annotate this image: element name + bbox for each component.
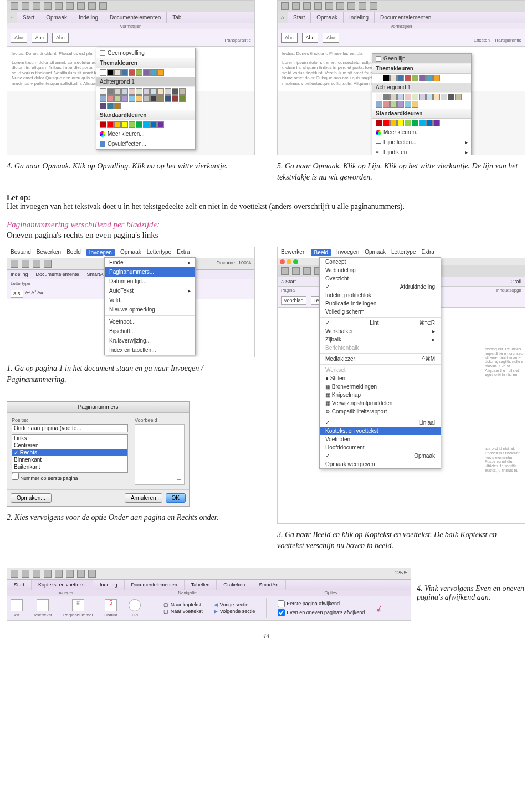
tab-indeling[interactable]: Indeling (344, 12, 375, 23)
menu-nieuwe-opmerking[interactable]: Nieuwe opmerking (105, 305, 195, 314)
menu-bewerken-b[interactable]: Bewerken (281, 249, 305, 256)
achtergrond-label-r[interactable]: Achtergrond 1 (372, 83, 471, 93)
r4-volgende-sectie-btn[interactable]: ▶Volgende sectie (214, 609, 255, 614)
beeld-mediakiezer[interactable]: Mediakiezer^⌘M (320, 355, 441, 363)
menu-invoegen[interactable]: Invoegen (86, 249, 115, 256)
align-rechts[interactable]: ✓ Rechts (12, 449, 127, 456)
tab-extra[interactable]: Tab (167, 12, 187, 23)
beeld-verwijzingshulp[interactable]: ▦ Verwijzingshulpmiddelen (320, 399, 441, 407)
r4-naar-voettekst-btn[interactable]: ▢Naar voettekst (163, 609, 203, 614)
tab-documentelementen[interactable]: Documentelementen (104, 12, 167, 23)
line-weights-option[interactable]: ≡Lijndikten▸ (372, 147, 471, 155)
r4-tab-indeling[interactable]: Indeling (93, 580, 125, 590)
beeld-notitieblok[interactable]: Indeling notitieblok (320, 291, 441, 299)
beeld-opmaak-weergeven[interactable]: Opmaak weergeven (320, 460, 441, 468)
tab-indeling[interactable]: Indeling (73, 12, 104, 23)
opmaken-button[interactable]: Opmaken... (11, 493, 52, 503)
ribbon-tab-documentelemente[interactable]: Documentelemente (36, 272, 79, 277)
theme-tints-swatches-r[interactable] (372, 93, 471, 109)
r4-tab-start[interactable]: Start (7, 580, 32, 590)
r4-tab-smartart[interactable]: SmartArt (252, 580, 286, 590)
beeld-werkbalken[interactable]: Werkbalken▸ (320, 327, 441, 335)
menu-extra-b[interactable]: Extra (421, 249, 434, 256)
theme-color-swatches[interactable] (96, 68, 195, 77)
beeld-publicatie[interactable]: Publicatie-indelingen (320, 299, 441, 308)
menu-beeld[interactable]: Beeld (66, 249, 81, 256)
beeld-concept[interactable]: Concept (320, 258, 441, 266)
menu-autotekst[interactable]: AutoTekst ▸ (105, 286, 195, 295)
style-abc-r2[interactable]: Abc (302, 33, 319, 43)
menu-kruisverwijzing[interactable]: Kruisverwijzing... (105, 336, 195, 345)
beeld-knipselmap[interactable]: ▦ Knipselmap (320, 391, 441, 399)
beeld-webindeling[interactable]: Webindeling (320, 266, 441, 274)
menu-beeld-b[interactable]: Beeld (311, 249, 331, 256)
style-abc-r1[interactable]: Abc (281, 33, 298, 43)
tab-documentelementen[interactable]: Documentelementen (375, 12, 437, 23)
no-fill-option[interactable]: Geen opvulling (96, 48, 195, 58)
fill-effects-option[interactable]: Opvuleffecten... (96, 139, 195, 149)
r4-tab-tabellen[interactable]: Tabellen (185, 580, 217, 590)
menu-lettertype[interactable]: Lettertype (147, 249, 171, 256)
r4-paginanummer-btn[interactable]: #Paginanummer (63, 599, 93, 617)
style-abc-r3[interactable]: Abc (323, 33, 339, 43)
r4-koptekst-btn[interactable]: kst (11, 599, 23, 617)
menu-opmaak[interactable]: Opmaak (120, 249, 141, 256)
style-abc-2[interactable]: Abc (32, 33, 48, 43)
style-abc-3[interactable]: Abc (52, 33, 69, 43)
beeld-stijlen[interactable]: ● Stijlen (320, 374, 441, 382)
beeld-koptekst-voettekst[interactable]: Koptekst en voettekst (320, 427, 441, 435)
menu-bewerken[interactable]: Bewerken (37, 249, 61, 256)
no-line-option[interactable]: Geen lijn (372, 54, 471, 64)
theme-color-swatches-r[interactable] (372, 74, 471, 83)
align-binnenkant[interactable]: Binnenkant (12, 456, 127, 463)
font-size-input[interactable]: 8,5 (11, 290, 23, 298)
r4-checkbox-eerste[interactable]: Eerste pagina afwijkend (278, 600, 365, 607)
menu-bijschrift[interactable]: Bijschrift... (105, 326, 195, 336)
beeld-liniaal[interactable]: Liniaal (320, 418, 441, 427)
beeld-compatibiliteit[interactable]: ⚙ Compatibiliteitsrapport (320, 407, 441, 416)
more-colors-option-r[interactable]: Meer kleuren... (372, 127, 471, 137)
annuleren-button[interactable]: Annuleren (125, 493, 162, 503)
r4-checkbox-evenoneven[interactable]: Even en oneven pagina's afwijkend (278, 609, 365, 616)
menu-einde[interactable]: Einde ▸ (105, 258, 195, 267)
menu-voetnoot[interactable]: Voetnoot... (105, 317, 195, 326)
r4-voettekst-btn[interactable]: Voettekst (34, 599, 52, 617)
r4-naar-koptekst-btn[interactable]: ▢Naar koptekst (163, 602, 203, 607)
menu-veld[interactable]: Veld... (105, 295, 195, 305)
more-colors-option[interactable]: Meer kleuren... (96, 129, 195, 139)
align-links[interactable]: Links (12, 435, 127, 442)
menu-datum-tijd[interactable]: Datum en tijd... (105, 277, 195, 286)
beeld-afdrukindeling[interactable]: Afdrukindeling (320, 283, 441, 291)
menu-extra[interactable]: Extra (177, 249, 190, 256)
r4-tab-grafieken[interactable]: Grafieken (217, 580, 252, 590)
style-abc-1[interactable]: Abc (11, 33, 27, 43)
standard-color-swatches[interactable] (96, 120, 195, 129)
tab-start[interactable]: Start (17, 12, 40, 23)
ok-button[interactable]: OK (166, 493, 186, 503)
checkbox-eerste-pagina[interactable]: Nummer op eerste pagina (12, 476, 78, 481)
align-buitenkant[interactable]: Buitenkant (12, 463, 127, 471)
tab-opmaak[interactable]: Opmaak (311, 12, 344, 23)
theme-tints-swatches[interactable] (96, 87, 195, 110)
r4-tab-koptekst[interactable]: Koptekst en voettekst (32, 580, 93, 590)
r4-tab-documentelementen[interactable]: Documentelementen (125, 580, 185, 590)
achtergrond-label[interactable]: Achtergrond 1 (96, 77, 195, 87)
ribbon-tab-indeling[interactable]: Indeling (11, 272, 28, 277)
r4-datum-btn[interactable]: 5Datum (104, 599, 117, 617)
menu-paginanummers[interactable]: Paginanummers... (105, 267, 195, 277)
menu-invoegen-b[interactable]: Invoegen (336, 249, 359, 256)
r4-tijd-btn[interactable]: Tijd (129, 599, 141, 617)
beeld-voetnoten[interactable]: Voetnoten (320, 435, 441, 443)
menu-opmaak-b[interactable]: Opmaak (365, 249, 386, 256)
align-centreren[interactable]: Centreren (12, 442, 127, 449)
alignment-listbox[interactable]: Links Centreren ✓ Rechts Binnenkant Buit… (12, 434, 128, 473)
beeld-volledig[interactable]: Volledig scherm (320, 308, 441, 316)
voorblad-btn[interactable]: Voorblad (281, 296, 306, 305)
ribbon-tab-smartart[interactable]: SmartArt (87, 272, 107, 277)
beeld-bronvermeldingen[interactable]: ▦ Bronvermeldingen (320, 382, 441, 391)
menu-lettertype-b[interactable]: Lettertype (391, 249, 416, 256)
menu-bestand[interactable]: Bestand (11, 249, 31, 256)
beeld-opmaak[interactable]: Opmaak (320, 452, 441, 460)
r4-vorige-sectie-btn[interactable]: ◀Vorige sectie (214, 602, 255, 607)
line-effects-option[interactable]: Lijneffecten...▸ (372, 137, 471, 147)
